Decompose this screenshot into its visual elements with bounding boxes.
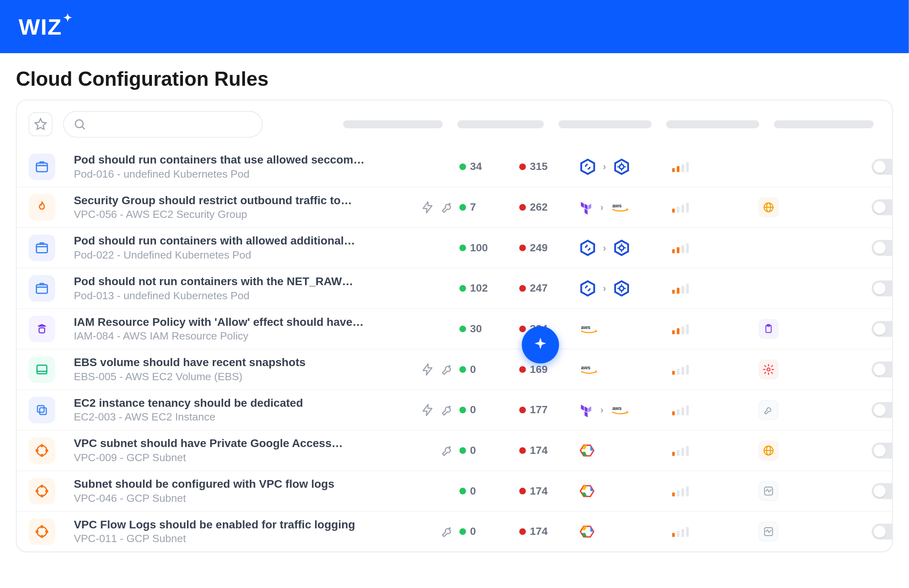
enable-toggle[interactable] [872, 199, 893, 215]
severity-bars [672, 283, 759, 294]
tag-wrench-sm-icon [759, 400, 779, 420]
enable-toggle[interactable] [872, 483, 893, 499]
filter-placeholders [273, 120, 880, 128]
gcp-icon [579, 524, 595, 540]
rule-row[interactable]: Pod should run containers with allowed a… [17, 227, 892, 268]
k8s-refresh-icon [579, 239, 596, 257]
rule-category-icon [29, 316, 55, 342]
rule-row[interactable]: EC2 instance tenancy should be dedicated… [17, 389, 892, 430]
rule-title-cell: Pod should run containers that use allow… [74, 153, 400, 180]
row-actions [818, 280, 893, 296]
rule-row[interactable]: Security Group should restrict outbound … [17, 187, 892, 228]
wrench-icon [441, 444, 454, 457]
tag-cell [759, 360, 819, 380]
rule-title: Pod should run containers that use allow… [74, 153, 380, 167]
enable-toggle[interactable] [872, 443, 893, 459]
wrench-icon [441, 201, 454, 214]
chevron-right-icon: › [600, 405, 604, 415]
tag-cell [759, 319, 819, 339]
terraform-icon [579, 200, 594, 215]
svg-point-82 [46, 449, 48, 451]
svg-point-98 [46, 490, 48, 492]
fail-count: 249 [519, 242, 579, 254]
rule-category-icon [29, 194, 55, 221]
fail-count: 174 [519, 485, 579, 497]
rule-row[interactable]: Pod should run containers that use allow… [17, 147, 892, 187]
row-actions [818, 321, 893, 337]
severity-bars [672, 405, 759, 415]
bolt-icon [421, 363, 434, 376]
tag-activity-icon [759, 481, 779, 501]
fail-count: 315 [519, 161, 579, 173]
dot-red-icon [519, 488, 526, 495]
search-input[interactable] [92, 119, 253, 130]
provider-cell: ›aws [579, 200, 672, 215]
fail-count: 247 [519, 282, 579, 294]
logo: WIZ ✦ [19, 14, 73, 39]
chevron-right-icon: › [603, 283, 606, 294]
rule-subtitle: Pod-022 - Undefined Kubernetes Pod [74, 249, 400, 261]
rule-row[interactable]: Pod should not run containers with the N… [17, 268, 892, 308]
svg-marker-59 [423, 364, 432, 375]
svg-marker-17 [588, 204, 591, 210]
app-header: WIZ ✦ [0, 0, 909, 53]
rule-title-cell: IAM Resource Policy with 'Allow' effect … [74, 316, 400, 342]
enable-toggle[interactable] [872, 402, 893, 418]
rule-row[interactable]: VPC Flow Logs should be enabled for traf… [17, 511, 892, 552]
favorite-filter-button[interactable] [29, 112, 52, 136]
svg-point-6 [619, 165, 624, 169]
filter-pill[interactable] [558, 120, 652, 128]
svg-rect-3 [36, 163, 47, 172]
svg-point-95 [41, 485, 43, 487]
dot-green-icon [459, 447, 466, 454]
rule-subtitle: VPC-009 - GCP Subnet [74, 452, 400, 464]
rule-row[interactable]: EBS volume should have recent snapshots … [17, 349, 892, 389]
severity-bars [672, 486, 759, 496]
rules-panel: Pod should run containers that use allow… [16, 100, 893, 553]
rule-title: IAM Resource Policy with 'Allow' effect … [74, 316, 380, 329]
logo-text: WIZ [19, 14, 62, 39]
provider-cell [579, 483, 672, 499]
tag-cell [759, 481, 819, 501]
severity-bars [672, 161, 759, 172]
assistant-fab[interactable] [522, 326, 559, 363]
dot-green-icon [459, 528, 466, 535]
dot-green-icon [459, 244, 466, 251]
row-actions [818, 240, 893, 256]
enable-toggle[interactable] [872, 280, 893, 296]
search-field[interactable] [63, 111, 263, 138]
filter-pill[interactable] [774, 120, 874, 128]
chevron-right-icon: › [600, 202, 604, 213]
svg-point-96 [41, 495, 43, 497]
rule-row[interactable]: IAM Resource Policy with 'Allow' effect … [17, 308, 892, 349]
pass-count: 0 [459, 485, 519, 497]
filter-pill[interactable] [666, 120, 759, 128]
row-actions [818, 483, 893, 499]
svg-marker-61 [596, 370, 597, 373]
enable-toggle[interactable] [872, 240, 893, 256]
rule-row[interactable]: Subnet should be configured with VPC flo… [17, 470, 892, 511]
enable-toggle[interactable] [872, 159, 893, 175]
tag-globe-icon [759, 441, 779, 461]
rule-category-icon [29, 478, 55, 504]
enable-toggle[interactable] [872, 321, 893, 337]
svg-point-80 [41, 455, 43, 457]
severity-bars [672, 202, 759, 213]
dot-red-icon [519, 447, 526, 454]
provider-cell [579, 524, 672, 540]
filter-pill[interactable] [457, 120, 544, 128]
rule-subtitle: VPC-011 - GCP Subnet [74, 533, 400, 545]
gcp-icon [579, 443, 595, 459]
rule-row[interactable]: VPC subnet should have Private Google Ac… [17, 430, 892, 471]
svg-rect-49 [39, 328, 45, 333]
filter-pill[interactable] [343, 120, 443, 128]
svg-point-109 [41, 526, 43, 528]
toolbar [17, 108, 892, 147]
k8s-refresh-icon [579, 280, 596, 297]
svg-marker-14 [423, 202, 432, 213]
rule-subtitle: Pod-013 - undefined Kubernetes Pod [74, 290, 400, 302]
enable-toggle[interactable] [872, 362, 893, 378]
dot-green-icon [459, 285, 466, 292]
provider-cell: › [579, 239, 672, 257]
enable-toggle[interactable] [872, 524, 893, 540]
